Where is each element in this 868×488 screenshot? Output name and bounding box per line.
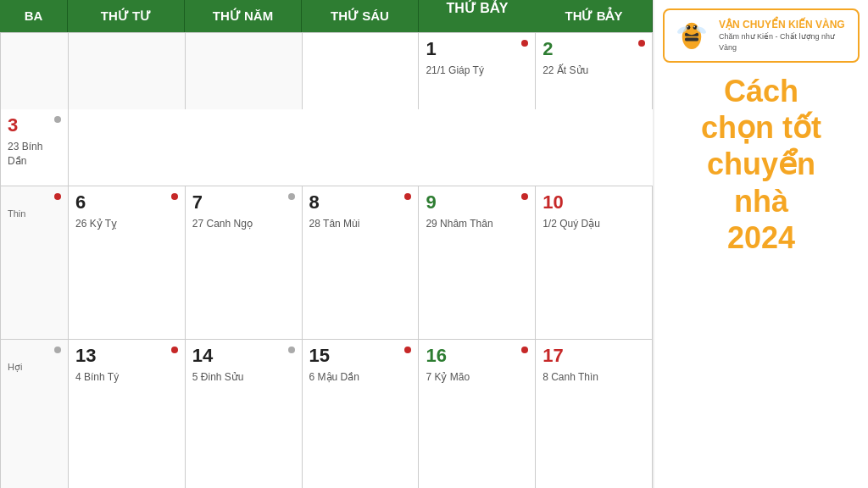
event-dot xyxy=(288,193,295,200)
calendar-body: 121/1 Giáp Tý222 Ất Sửu323 Bính DầnThin6… xyxy=(0,32,653,488)
bee-icon xyxy=(671,15,712,56)
lunar-date: 1/2 Quý Dậu xyxy=(542,217,645,231)
calendar-cell: 929 Nhâm Thân xyxy=(419,186,536,339)
left-cell xyxy=(1,33,69,109)
calendar-cell: 121/1 Giáp Tý xyxy=(419,33,536,109)
logo-area: VẬN CHUYỂN KIẾN VÀNG Chăm như Kiến - Chấ… xyxy=(663,8,860,63)
left-cell: Hợi xyxy=(1,340,69,488)
svg-rect-2 xyxy=(685,37,698,41)
lunar-date: 21/1 Giáp Tý xyxy=(426,64,528,78)
lunar-date: 23 Bính Dần xyxy=(8,140,61,169)
day-number: 7 xyxy=(192,191,295,214)
calendar-cell: 323 Bính Dần xyxy=(1,109,69,186)
calendar-week: Hợi134 Bính Tý145 Đinh Sửu156 Mậu Dần167… xyxy=(1,340,653,488)
logo-subtitle: Chăm như Kiến - Chất lượng như Vàng xyxy=(719,31,851,53)
lunar-date: 4 Bính Tý xyxy=(75,370,178,385)
header-col-thu: THỨ NĂM xyxy=(185,0,302,32)
promo-text: Cách chọn tốt chuyển nhà 2024 xyxy=(701,73,821,256)
header-col-ba: BA xyxy=(0,0,68,32)
day-number: 2 xyxy=(542,38,645,60)
event-dot xyxy=(638,40,645,47)
lunar-date: 6 Mậu Dần xyxy=(309,370,412,385)
calendar-week: 121/1 Giáp Tý222 Ất Sửu323 Bính Dần xyxy=(1,33,653,186)
side-panel: VẬN CHUYỂN KIẾN VÀNG Chăm như Kiến - Chấ… xyxy=(653,0,868,488)
calendar-cell: 828 Tân Mùi xyxy=(303,186,420,339)
calendar-cell: 145 Đinh Sửu xyxy=(186,340,303,488)
calendar-cell-empty xyxy=(186,33,303,109)
calendar-cell: 626 Kỷ Tỵ xyxy=(69,186,186,339)
event-dot xyxy=(54,116,61,123)
calendar-cell: 101/2 Quý Dậu xyxy=(536,186,653,339)
day-number: 9 xyxy=(426,191,528,214)
header-col-sun: THỨ BẢY xyxy=(536,0,653,32)
lunar-date: 7 Kỷ Mão xyxy=(426,370,528,385)
lunar-date: 8 Canh Thìn xyxy=(542,370,645,385)
calendar-cell: 222 Ất Sửu xyxy=(536,33,653,109)
svg-point-8 xyxy=(687,26,688,28)
calendar-cell: 727 Canh Ngọ xyxy=(186,186,303,339)
event-dot xyxy=(54,347,61,353)
lunar-date: 29 Nhâm Thân xyxy=(426,217,528,231)
left-cell: Thin xyxy=(1,186,69,339)
day-number: 14 xyxy=(192,345,295,367)
left-cell-text: Hợi xyxy=(8,362,61,373)
calendar-cell xyxy=(303,33,420,109)
lunar-date: 26 Kỷ Tỵ xyxy=(75,217,178,231)
calendar-cell-empty xyxy=(69,33,186,109)
event-dot xyxy=(171,347,178,353)
logo-title: VẬN CHUYỂN KIẾN VÀNG xyxy=(719,19,851,32)
day-number: 13 xyxy=(75,345,178,367)
lunar-date: 28 Tân Mùi xyxy=(309,217,412,231)
lunar-date: 5 Đinh Sửu xyxy=(192,370,295,385)
calendar-section: BA THỨ TƯ THỨ NĂM THỨ SÁU THỨ BẢY THỨ BẢ… xyxy=(0,0,653,488)
calendar-cell: 178 Canh Thìn xyxy=(536,340,653,488)
calendar-cell: 167 Kỷ Mão xyxy=(419,340,536,488)
day-number: 1 xyxy=(426,38,528,60)
calendar-cell: 134 Bính Tý xyxy=(69,340,186,488)
day-number: 16 xyxy=(426,345,528,367)
lunar-date: 27 Canh Ngọ xyxy=(192,217,295,231)
lunar-date: 22 Ất Sửu xyxy=(542,64,645,78)
header-col-sat: THỨ BẢY xyxy=(419,0,536,32)
calendar-header: BA THỨ TƯ THỨ NĂM THỨ SÁU THỨ BẢY THỨ BẢ… xyxy=(0,0,653,32)
logo-text-block: VẬN CHUYỂN KIẾN VÀNG Chăm như Kiến - Chấ… xyxy=(719,19,851,53)
day-number: 10 xyxy=(542,191,645,214)
event-dot xyxy=(288,347,295,353)
header-col-wed: THỨ TƯ xyxy=(68,0,185,32)
event-dot xyxy=(54,193,61,200)
svg-point-9 xyxy=(693,26,695,28)
header-col-fri: THỨ SÁU xyxy=(302,0,419,32)
day-number: 15 xyxy=(309,345,412,367)
day-number: 17 xyxy=(542,345,645,367)
calendar-cell: 156 Mậu Dần xyxy=(303,340,420,488)
left-cell-text: Thin xyxy=(8,208,61,219)
event-dot xyxy=(171,193,178,200)
day-number: 3 xyxy=(8,114,61,136)
day-number: 8 xyxy=(309,191,412,214)
day-number: 6 xyxy=(75,191,178,214)
calendar-week: Thin626 Kỷ Tỵ727 Canh Ngọ828 Tân Mùi929 … xyxy=(1,186,653,340)
